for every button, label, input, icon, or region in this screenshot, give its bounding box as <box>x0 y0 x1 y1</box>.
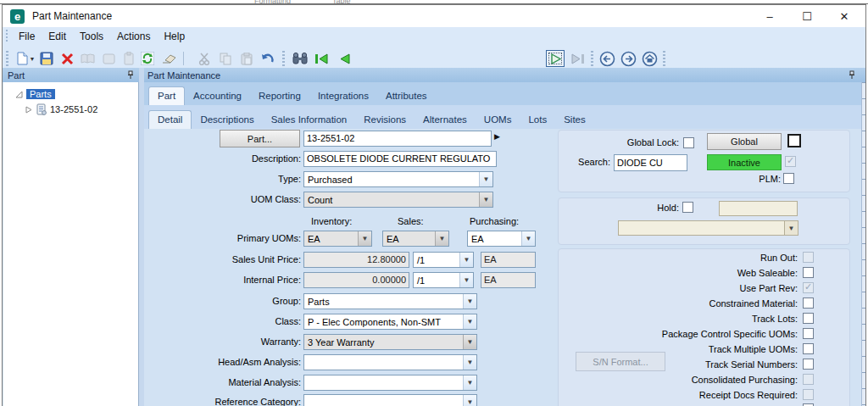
track-serial-numbers-label: Track Serial Numbers: <box>562 359 798 370</box>
chevron-down-icon[interactable]: ▼ <box>521 231 535 246</box>
track-serial-numbers-checkbox[interactable] <box>803 359 814 370</box>
reference-category-label: Reference Category: <box>147 394 301 406</box>
tab-integrations[interactable]: Integrations <box>309 87 377 105</box>
delete-button[interactable] <box>58 50 75 67</box>
chevron-down-icon: ▼ <box>784 221 798 235</box>
pin-icon[interactable] <box>127 70 134 80</box>
type-dropdown[interactable]: Purchased ▼ <box>303 171 493 187</box>
tab-attributes[interactable]: Attributes <box>377 87 436 105</box>
inactive-checkbox <box>785 156 796 167</box>
description-field[interactable]: OBSOLETE DIODE CURRENT REGULATO <box>303 151 497 167</box>
save-button[interactable] <box>38 50 55 67</box>
search-label: Search: <box>558 154 610 170</box>
tab-accounting[interactable]: Accounting <box>185 87 250 105</box>
search-field[interactable]: DIODE CU <box>614 154 687 171</box>
tab-uoms[interactable]: UOMs <box>476 111 520 129</box>
plm-checkbox[interactable] <box>783 173 794 184</box>
global-lock-checkbox[interactable] <box>683 137 694 148</box>
new-button[interactable]: ▼ <box>14 50 37 67</box>
chevron-down-icon[interactable]: ▼ <box>463 355 476 370</box>
menubar-gripper[interactable] <box>5 30 8 42</box>
menu-help[interactable]: Help <box>157 28 192 45</box>
undo-button[interactable] <box>259 50 276 67</box>
first-record-button[interactable] <box>311 50 331 67</box>
constrained-material-checkbox[interactable] <box>803 298 814 309</box>
tab-alternates[interactable]: Alternates <box>415 111 476 129</box>
pin-icon[interactable] <box>849 70 855 80</box>
tab-detail[interactable]: Detail <box>148 110 192 129</box>
part-search-button[interactable]: Part... <box>220 130 300 147</box>
material-analysis-dropdown[interactable]: ▼ <box>303 375 477 391</box>
toolbar-gripper[interactable] <box>282 51 285 66</box>
toolbar-gripper[interactable] <box>591 51 593 66</box>
tab-sales-information[interactable]: Sales Information <box>263 111 356 129</box>
global-button[interactable]: Global <box>707 133 782 150</box>
close-button[interactable]: ✕ <box>830 5 859 27</box>
tab-sites[interactable]: Sites <box>555 111 594 129</box>
tab-revisions[interactable]: Revisions <box>355 111 415 129</box>
sales-price-uom-field: EA <box>481 252 536 268</box>
chevron-down-icon[interactable]: ▼ <box>463 395 476 406</box>
chevron-down-icon[interactable]: ▼ <box>479 172 492 186</box>
forward-button[interactable] <box>618 50 638 67</box>
web-saleable-checkbox[interactable] <box>803 267 814 278</box>
track-multiple-uoms-checkbox[interactable] <box>803 343 814 354</box>
context-arrow-icon[interactable]: ▶ <box>494 132 500 141</box>
tree-node-label[interactable]: 13-2551-02 <box>50 104 97 114</box>
reference-category-dropdown[interactable]: ▼ <box>303 394 477 406</box>
tree-node-parts[interactable]: Parts <box>15 87 138 101</box>
minimize-button[interactable]: – <box>755 5 784 27</box>
class-dropdown[interactable]: P - Elec Components, Non-SMT ▼ <box>303 314 477 330</box>
sales-uom-dropdown[interactable]: EA ▼ <box>382 231 449 247</box>
next-record-button[interactable] <box>546 50 565 67</box>
global-checkbox[interactable] <box>787 134 801 147</box>
chevron-down-icon[interactable]: ▼ <box>459 253 473 267</box>
tab-descriptions[interactable]: Descriptions <box>192 111 262 129</box>
part-number-field[interactable]: 13-2551-02 <box>303 131 492 147</box>
maximize-button[interactable]: ☐ <box>793 5 821 27</box>
menu-tools[interactable]: Tools <box>73 28 110 45</box>
tab-part[interactable]: Part <box>148 86 185 105</box>
chevron-down-icon[interactable]: ▼ <box>463 314 476 329</box>
back-button[interactable] <box>597 50 617 67</box>
uom-class-dropdown: Count ▼ <box>303 192 493 208</box>
tree-node-label[interactable]: Parts <box>26 89 55 99</box>
package-control-specific-uoms-checkbox[interactable] <box>803 328 814 339</box>
internal-price-uom-field: EA <box>481 272 536 288</box>
inventory-column-header: Inventory: <box>311 216 352 227</box>
tab-reporting[interactable]: Reporting <box>250 87 309 105</box>
toolbar-gripper[interactable] <box>663 51 665 66</box>
chevron-down-icon[interactable]: ▼ <box>463 375 476 390</box>
main-tab-strip: Part Accounting Reporting Integrations A… <box>144 82 865 105</box>
warranty-dropdown: 3 Year Warranty ▼ <box>303 334 477 350</box>
menu-actions[interactable]: Actions <box>110 28 157 45</box>
toolbar-gripper[interactable] <box>6 51 8 66</box>
chevron-down-icon[interactable]: ▼ <box>459 273 473 287</box>
refresh-button[interactable] <box>139 50 156 67</box>
menu-file[interactable]: File <box>12 28 42 45</box>
previous-record-button[interactable] <box>336 50 353 67</box>
warranty-label: Warranty: <box>147 334 301 350</box>
expand-icon[interactable] <box>25 106 32 114</box>
chevron-down-icon[interactable]: ▼ <box>435 231 448 246</box>
search-button[interactable] <box>290 50 310 67</box>
hold-checkbox[interactable] <box>682 202 693 213</box>
right-edge-scrollbar[interactable] <box>861 82 866 406</box>
use-part-rev-label: Use Part Rev: <box>562 282 798 294</box>
chevron-down-icon[interactable]: ▼ <box>463 294 476 309</box>
purchasing-uom-dropdown[interactable]: EA ▼ <box>467 231 536 247</box>
tree-node-part[interactable]: 13-2551-02 <box>25 103 138 116</box>
menu-edit[interactable]: Edit <box>42 28 73 45</box>
collapse-icon[interactable] <box>15 91 23 98</box>
group-label: Group: <box>147 293 301 309</box>
clear-button[interactable] <box>160 50 177 67</box>
group-dropdown[interactable]: Parts ▼ <box>303 293 477 309</box>
track-lots-checkbox[interactable] <box>803 313 814 324</box>
sales-per-dropdown[interactable]: /1 ▼ <box>413 252 474 268</box>
internal-per-dropdown[interactable]: /1 ▼ <box>413 272 474 288</box>
tab-lots[interactable]: Lots <box>520 111 555 129</box>
purchasing-column-header: Purchasing: <box>470 216 519 227</box>
head-asm-analysis-dropdown[interactable]: ▼ <box>303 354 477 370</box>
home-button[interactable] <box>639 50 659 67</box>
run-out-checkbox <box>803 252 814 263</box>
